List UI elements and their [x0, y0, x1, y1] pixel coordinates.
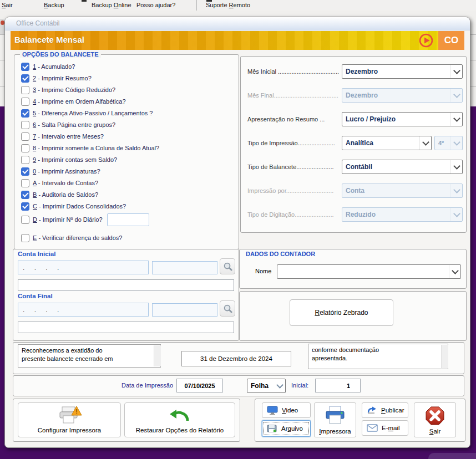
menu-item-sair[interactable]: Sair: [0, 1, 14, 9]
option-9[interactable]: 9 - Imprimir contas sem Saldo?: [21, 155, 235, 164]
menu-item-backup-online[interactable]: Backup Online: [90, 1, 133, 9]
publicar-button[interactable]: Publicar: [362, 402, 408, 418]
cropped-artifact: [82, 0, 87, 2]
setting-combobox[interactable]: Contábil: [342, 160, 463, 174]
checkbox-unchecked[interactable]: [21, 86, 29, 94]
chevron-down-icon[interactable]: [450, 160, 462, 174]
undo-arrow-icon: [169, 404, 191, 427]
combo-value: Dezembro: [342, 68, 450, 75]
menu-item-posso-ajudar-[interactable]: Posso ajudar?: [135, 1, 177, 9]
checkbox-checked[interactable]: [21, 202, 29, 211]
video-button[interactable]: Video: [262, 402, 311, 418]
nome-combobox[interactable]: [277, 264, 461, 279]
menu-item-suporte-remoto[interactable]: Suporte Remoto: [204, 1, 252, 9]
impressora-button[interactable]: Impressora: [314, 402, 356, 437]
option-8[interactable]: 8 - Imprimir somente a Coluna de Saldo A…: [21, 144, 235, 152]
option-label: 7 - Intervalo entre Meses?: [33, 133, 104, 140]
checkbox-checked[interactable]: [21, 167, 29, 176]
disk-icon: [267, 424, 277, 433]
page-title: Balancete Mensal: [14, 35, 84, 44]
checkbox-unchecked[interactable]: [21, 156, 29, 164]
option-0[interactable]: 0 - Imprimir Assinaturas?: [21, 167, 235, 176]
conta-inicial-search-button[interactable]: [220, 258, 235, 274]
option-4[interactable]: 4 - Imprime em Ordem Alfabética?: [21, 97, 235, 106]
setting-combobox[interactable]: Analítica: [342, 136, 432, 150]
statement-left-textarea[interactable]: Reconhecemos a exatidão do presente bala…: [18, 344, 161, 368]
configurar-impressora-button[interactable]: ! Configurar Impressora: [18, 402, 121, 437]
checkbox-unchecked[interactable]: [21, 98, 29, 106]
cropped-artifact: [206, 0, 212, 2]
setting-label: Apresentação no Resumo ...: [247, 116, 342, 123]
setting-combobox[interactable]: Lucro / Prejuízo: [342, 112, 463, 126]
setting-row: Tipo de Balancete......................C…: [247, 160, 463, 174]
textarea-scrollbar[interactable]: [441, 345, 448, 368]
checkbox-checked[interactable]: [21, 63, 29, 71]
chevron-down-icon: [450, 136, 462, 150]
checkbox-unchecked[interactable]: [21, 234, 29, 242]
contador-title: DADOS DO CONTADOR: [244, 251, 317, 257]
relatorio-zebrado-button[interactable]: Relatório Zebrado: [290, 299, 393, 326]
conta-inicial-descricao-input[interactable]: [18, 279, 234, 291]
folha-inicial-input[interactable]: [315, 379, 361, 392]
checkbox-unchecked[interactable]: [21, 179, 29, 187]
restaurar-opcoes-button[interactable]: Restaurar Opções do Relatório: [124, 402, 235, 437]
option-label: A - Intervalo de Contas?: [33, 180, 98, 186]
conta-inicial-code-input[interactable]: [18, 261, 149, 274]
dialog-header: Balancete Mensal CO: [11, 31, 464, 50]
partial-button-corner: [428, 453, 476, 459]
statement-right-textarea[interactable]: conforme documentação apresentada.: [308, 344, 448, 369]
conta-final-descricao-input[interactable]: [18, 322, 234, 333]
sair-button[interactable]: Sair: [414, 402, 456, 437]
data-impressao-input[interactable]: [176, 379, 223, 392]
checkbox-unchecked[interactable]: [21, 132, 29, 141]
checkbox-unchecked[interactable]: [21, 121, 29, 129]
option-6[interactable]: 6 - Salta Página entre grupos?: [21, 120, 235, 129]
chevron-down-icon[interactable]: [450, 65, 462, 78]
setting-combobox: Reduzido: [342, 207, 463, 222]
checkbox-checked[interactable]: [21, 74, 29, 83]
checkbox-checked[interactable]: [21, 109, 29, 118]
checkbox-checked[interactable]: [21, 191, 29, 199]
option-label: 2 - Imprimir Resumo?: [33, 75, 92, 81]
setting-row: Impressão por...........................…: [247, 183, 463, 198]
option-3[interactable]: 3 - Imprime Código Reduzido?: [21, 85, 235, 94]
option-label: E - Verificar diferença de saldos?: [33, 234, 122, 241]
report-settings-group: Mês Inicial ............................…: [240, 56, 467, 233]
option-b[interactable]: B - Auditoria de Saldos?: [21, 190, 235, 199]
checkbox-unchecked[interactable]: [21, 216, 29, 224]
play-icon[interactable]: [419, 33, 433, 50]
option-c[interactable]: C - Imprimir Dados Consolidados?: [21, 202, 235, 211]
conta-inicial-reduzido-input[interactable]: [152, 261, 217, 274]
arquivo-button[interactable]: Arquivo: [262, 420, 311, 437]
chevron-down-icon[interactable]: [450, 113, 462, 126]
data-impressao-label: Data de Impressão: [102, 382, 173, 389]
setting-label: Mês Inicial ............................…: [247, 68, 342, 75]
option-2[interactable]: 2 - Imprimir Resumo?: [21, 74, 235, 83]
conta-final-code-input[interactable]: [18, 303, 149, 317]
option-7[interactable]: 7 - Intervalo entre Meses?: [21, 132, 235, 141]
folha-combobox[interactable]: Folha: [247, 379, 286, 393]
numero-diario-input[interactable]: [107, 213, 149, 226]
chevron-down-icon[interactable]: [419, 136, 431, 150]
conta-final-search-button[interactable]: [220, 300, 235, 317]
option-e[interactable]: E - Verificar diferença de saldos?: [21, 233, 235, 242]
option-a[interactable]: A - Intervalo de Contas?: [21, 178, 235, 187]
printer-actions-panel: ! Configurar Impressora Restaurar Opções…: [13, 399, 240, 442]
statement-date-input[interactable]: 31 de Dezembro de 2024: [181, 351, 291, 366]
window-titlebar[interactable]: Office Contábil: [5, 17, 470, 30]
restaurar-opcoes-label: Restaurar Opções do Relatório: [136, 427, 224, 434]
e-mail-button[interactable]: E-mail: [362, 420, 408, 436]
menu-item-backup[interactable]: Backup: [42, 1, 66, 9]
option-5[interactable]: 5 - Diferença Ativo-Passivo / Lançamento…: [21, 109, 235, 118]
chevron-down-icon[interactable]: [449, 265, 460, 278]
option-d[interactable]: D - Imprimir Nº do Diário?: [21, 213, 235, 226]
setting-combobox: Dezembro: [342, 88, 463, 103]
chevron-down-icon[interactable]: [274, 379, 285, 392]
conta-final-reduzido-input[interactable]: [152, 303, 217, 317]
option-1[interactable]: 1 - Acumulado?: [21, 62, 235, 71]
search-icon: [223, 304, 232, 313]
balancete-dialog: Office Contábil Balancete Mensal CO OPÇÕ…: [4, 17, 470, 448]
textarea-scrollbar[interactable]: [154, 345, 161, 366]
checkbox-unchecked[interactable]: [21, 144, 29, 152]
setting-combobox[interactable]: Dezembro: [342, 64, 463, 79]
